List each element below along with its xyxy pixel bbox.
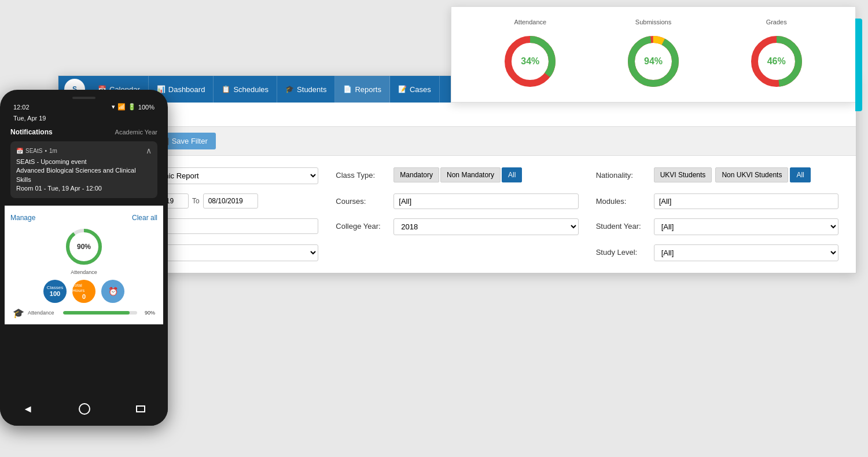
phone-status-bar: 12:02 ▾ 📶 🔋 100% xyxy=(5,100,163,114)
phone-bar-label: Attendance xyxy=(28,310,60,316)
phone-attendance-bar-row: 🎓 Attendance 90% xyxy=(10,308,157,319)
college-year-control: 2018 xyxy=(393,218,578,235)
phone: 12:02 ▾ 📶 🔋 100% Tue, Apr 19 Notificatio… xyxy=(0,90,168,426)
classes-value: 100 xyxy=(50,290,60,297)
battery-pct: 100% xyxy=(138,104,155,111)
study-level-filter-row: Study Level: [All] xyxy=(596,244,838,261)
courses-filter-row: Courses: xyxy=(336,193,578,209)
recent-apps-button[interactable] xyxy=(136,405,145,412)
phone-app-manage-row: Manage Clear all xyxy=(10,211,157,226)
nationality-all-button[interactable]: All xyxy=(790,167,810,182)
class-type-control: Mandatory Non Mandatory All xyxy=(393,167,578,182)
tab-bar: Reports xyxy=(58,103,856,127)
phone-attendance-circle: 90% xyxy=(64,226,104,267)
submissions-chart: Submissions 94% xyxy=(592,19,715,90)
courses-control xyxy=(393,193,578,209)
phone-app-area: Manage Clear all 90% Attendance Classes … xyxy=(5,206,163,324)
filters-form: Reports: Academic Report Class Type: Man… xyxy=(58,156,856,273)
student-year-filter-row: Student Year: [All] xyxy=(596,218,838,235)
study-level-control: [All] xyxy=(654,244,838,261)
nav-item-reports[interactable]: 📄 Reports xyxy=(335,76,390,103)
content-area: Reports 📄 Create Report 💾 Save Filter Re… xyxy=(58,103,856,273)
nav-item-cases[interactable]: 📝 Cases xyxy=(390,76,440,103)
modules-input[interactable] xyxy=(654,193,838,209)
phone-notif-card: 📅 SEAtS • 1m ∧ SEAtS - Upcoming event Ad… xyxy=(10,141,157,198)
nav-item-schedules[interactable]: 📋 Schedules xyxy=(214,76,277,103)
date-separator: To xyxy=(192,197,200,205)
empty-cell-1 xyxy=(336,244,578,261)
calendar-small-icon: 📅 xyxy=(16,148,23,154)
college-year-label: College Year: xyxy=(336,218,388,231)
attendance-donut: 34% xyxy=(501,32,559,90)
class-type-all-button[interactable]: All xyxy=(502,167,522,182)
grades-chart-title: Grades xyxy=(766,19,787,25)
nationality-group: UKVI Students Non UKVI Students All xyxy=(654,167,838,182)
submissions-pct: 94% xyxy=(644,56,663,67)
grades-chart: Grades 46% xyxy=(715,19,838,90)
notif-line1: Advanced Biological Sciences and Clinica… xyxy=(16,166,152,184)
phone-screen: 12:02 ▾ 📶 🔋 100% Tue, Apr 19 Notificatio… xyxy=(5,100,163,391)
cases-icon: 📝 xyxy=(398,85,407,93)
modules-filter-row: Modules: xyxy=(596,193,838,209)
accent-bar xyxy=(855,19,862,111)
phone-stats-row: Classes 100 Total Hours 0 ⏰ xyxy=(10,280,157,303)
phone-status-icons: ▾ 📶 🔋 100% xyxy=(112,103,155,111)
schedules-icon: 📋 xyxy=(222,85,230,93)
clock-stat: ⏰ xyxy=(101,280,124,303)
courses-input[interactable] xyxy=(393,193,578,209)
modules-label: Modules: xyxy=(596,193,648,206)
phone-bar-pct: 90% xyxy=(141,310,155,316)
toolbar: 📄 Create Report 💾 Save Filter xyxy=(58,127,856,156)
total-hours-value: 0 xyxy=(82,293,86,300)
attendance-chart: Attendance 34% xyxy=(469,19,592,90)
total-hours-stat: Total Hours 0 xyxy=(72,280,95,303)
attendance-chart-title: Attendance xyxy=(514,19,547,25)
college-year-filter-row: College Year: 2018 xyxy=(336,218,578,235)
student-year-select[interactable]: [All] xyxy=(654,218,838,235)
notif-line2: Room 01 - Tue, 19 Apr - 12:00 xyxy=(16,184,152,193)
phone-notif-app: 📅 SEAtS • 1m xyxy=(16,148,57,154)
reports-icon: 📄 xyxy=(343,85,352,93)
date-to-input[interactable] xyxy=(203,193,258,209)
non-mandatory-button[interactable]: Non Mandatory xyxy=(440,167,501,182)
back-button[interactable]: ◄ xyxy=(23,403,33,415)
academic-year-label: Academic Year xyxy=(115,129,157,136)
submissions-chart-title: Submissions xyxy=(635,19,671,25)
right-col-filters: Student Year: [All] xyxy=(596,218,838,235)
college-year-select[interactable]: 2018 xyxy=(393,218,578,235)
phone-date: Tue, Apr 19 xyxy=(13,115,46,122)
manage-link[interactable]: Manage xyxy=(10,214,35,222)
phone-bar-track xyxy=(63,311,137,315)
phone-bar-fill xyxy=(63,311,130,315)
students-icon: 🎓 xyxy=(285,85,294,93)
total-hours-label: Total Hours xyxy=(72,283,95,293)
phone-time: 12:02 xyxy=(13,104,30,111)
notifications-title: Notifications xyxy=(10,128,53,136)
home-button[interactable] xyxy=(79,403,90,415)
student-year-label: Student Year: xyxy=(596,218,648,231)
mandatory-button[interactable]: Mandatory xyxy=(393,167,439,182)
nav-item-students[interactable]: 🎓 Students xyxy=(277,76,335,103)
classes-stat: Classes 100 xyxy=(43,280,67,303)
courses-label: Courses: xyxy=(336,193,388,206)
nationality-filter-row: Nationality: UKVI Students Non UKVI Stud… xyxy=(596,167,838,184)
phone-bottom-bar: ◄ xyxy=(0,392,168,426)
class-type-group: Mandatory Non Mandatory All xyxy=(393,167,578,182)
phone-notif-area: Notifications Academic Year 📅 SEAtS • 1m… xyxy=(5,123,163,201)
modules-control xyxy=(654,193,838,209)
class-type-label: Class Type: xyxy=(336,167,388,180)
wifi-icon: ▾ xyxy=(112,103,115,111)
notif-title: SEAtS - Upcoming event xyxy=(16,158,152,166)
charts-panel: Attendance 34% Submissions 94% xyxy=(451,6,856,103)
clear-all-link[interactable]: Clear all xyxy=(132,214,157,222)
nationality-label: Nationality: xyxy=(596,167,648,180)
signal-icon: 📶 xyxy=(117,103,126,111)
phone-attendance-text: Attendance xyxy=(10,269,157,275)
non-ukvi-button[interactable]: Non UKVI Students xyxy=(715,167,788,182)
phone-attendance-pct: 90% xyxy=(77,243,91,251)
notif-close-icon[interactable]: ∧ xyxy=(146,146,152,155)
student-year-control: [All] xyxy=(654,218,838,235)
study-level-select[interactable]: [All] xyxy=(654,244,838,261)
submissions-donut: 94% xyxy=(624,32,682,90)
ukvi-button[interactable]: UKVI Students xyxy=(654,167,712,182)
